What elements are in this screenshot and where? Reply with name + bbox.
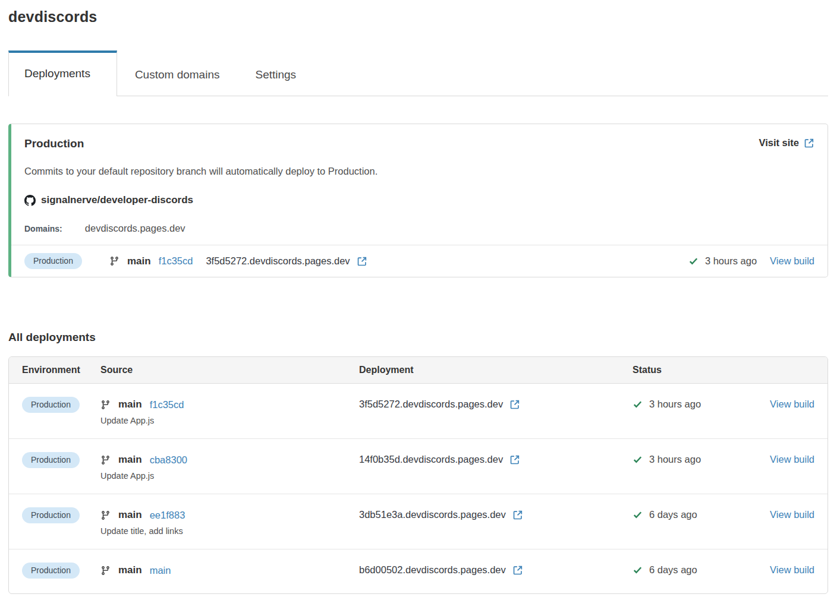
- column-source: Source: [100, 365, 359, 375]
- external-link-icon: [804, 138, 814, 149]
- view-build-link[interactable]: View build: [770, 399, 814, 409]
- check-icon: [633, 454, 643, 465]
- deployment-url: b6d00502.devdiscords.pages.dev: [359, 564, 506, 576]
- deploy-time: 6 days ago: [649, 509, 697, 520]
- view-build-link[interactable]: View build: [770, 509, 814, 520]
- external-link-icon[interactable]: [512, 510, 523, 520]
- git-branch-icon: [109, 256, 119, 266]
- environment-badge: Production: [24, 253, 82, 269]
- deployment-url: 14f0b35d.devdiscords.pages.dev: [359, 454, 503, 465]
- deployments-table: Environment Source Deployment Status Pro…: [8, 356, 828, 594]
- deploy-time: 6 days ago: [649, 564, 697, 576]
- external-link-icon[interactable]: [509, 454, 520, 465]
- table-row: Production main main b6d00502.devdiscord…: [9, 549, 828, 593]
- production-card: Production Visit site Commits to your de…: [8, 124, 828, 277]
- view-build-link[interactable]: View build: [770, 564, 814, 575]
- visit-site-link[interactable]: Visit site: [759, 137, 814, 149]
- column-environment: Environment: [22, 365, 100, 375]
- deployment-url: 3db51e3a.devdiscords.pages.dev: [359, 509, 506, 520]
- table-header: Environment Source Deployment Status: [9, 357, 828, 384]
- view-build-link[interactable]: View build: [770, 454, 814, 465]
- environment-badge: Production: [22, 507, 80, 523]
- commit-link[interactable]: f1c35cd: [159, 255, 193, 267]
- deploy-time: 3 hours ago: [705, 255, 757, 267]
- production-description: Commits to your default repository branc…: [24, 166, 814, 177]
- check-icon: [633, 565, 643, 575]
- commit-link[interactable]: ee1f883: [150, 510, 185, 521]
- external-link-icon[interactable]: [357, 256, 367, 267]
- deploy-time: 3 hours ago: [649, 454, 701, 465]
- visit-site-label: Visit site: [759, 137, 799, 149]
- check-icon: [633, 510, 643, 520]
- table-row: Production main ee1f883 Update title, ad…: [9, 494, 828, 549]
- external-link-icon[interactable]: [509, 399, 520, 410]
- repo-name: signalnerve/developer-discords: [41, 194, 193, 206]
- commit-message: Update App.js: [100, 416, 359, 425]
- environment-badge: Production: [22, 397, 80, 413]
- column-deployment: Deployment: [359, 365, 633, 375]
- tab-settings[interactable]: Settings: [237, 53, 314, 96]
- deployments-table-body: Production main f1c35cd Update App.js 3f…: [9, 384, 828, 593]
- commit-message: Update title, add links: [100, 526, 359, 536]
- git-branch-icon: [100, 400, 111, 410]
- deploy-time: 3 hours ago: [649, 399, 701, 410]
- branch-name: main: [127, 255, 151, 267]
- branch-name: main: [118, 454, 142, 466]
- environment-badge: Production: [22, 452, 80, 468]
- view-build-link[interactable]: View build: [770, 255, 814, 267]
- git-branch-icon: [100, 510, 111, 520]
- git-branch-icon: [100, 455, 111, 465]
- commit-message: Update App.js: [100, 471, 359, 481]
- commit-link[interactable]: f1c35cd: [150, 399, 184, 410]
- production-deployment-row: Production main f1c35cd 3f5d5272.devdisc…: [11, 245, 828, 277]
- branch-name: main: [118, 399, 142, 410]
- production-card-title: Production: [24, 137, 84, 150]
- column-status: Status: [633, 365, 763, 375]
- branch-name: main: [118, 564, 142, 576]
- commit-link[interactable]: cba8300: [150, 454, 187, 466]
- table-row: Production main cba8300 Update App.js 14…: [9, 439, 828, 494]
- domains-value: devdiscords.pages.dev: [85, 223, 185, 234]
- git-branch-icon: [100, 566, 111, 576]
- branch-name: main: [118, 509, 142, 521]
- tab-custom-domains[interactable]: Custom domains: [117, 53, 238, 96]
- deployment-url: 3f5d5272.devdiscords.pages.dev: [359, 399, 503, 410]
- github-icon: [24, 195, 36, 206]
- check-icon: [633, 399, 643, 409]
- environment-badge: Production: [22, 563, 80, 579]
- domains-label: Domains:: [24, 224, 62, 233]
- tab-bar: Deployments Custom domains Settings: [8, 50, 828, 96]
- check-icon: [688, 256, 699, 266]
- tab-deployments[interactable]: Deployments: [8, 50, 117, 96]
- deployment-url: 3f5d5272.devdiscords.pages.dev: [206, 255, 350, 267]
- external-link-icon[interactable]: [512, 565, 523, 576]
- all-deployments-title: All deployments: [8, 331, 828, 344]
- table-row: Production main f1c35cd Update App.js 3f…: [9, 384, 828, 439]
- commit-link[interactable]: main: [150, 565, 171, 576]
- page-title: devdiscords: [8, 8, 828, 26]
